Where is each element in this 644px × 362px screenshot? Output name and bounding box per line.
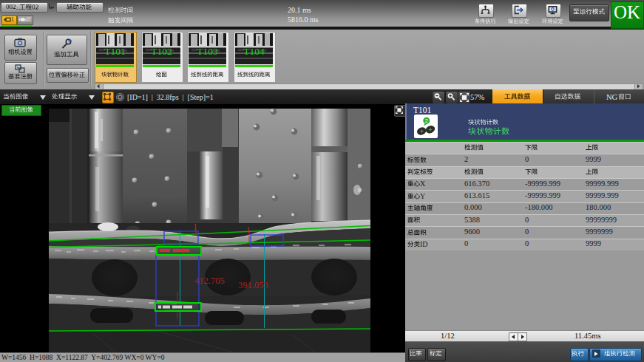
svg-text:412.705: 412.705 bbox=[194, 276, 225, 286]
svg-text:T102: T102 bbox=[151, 46, 172, 57]
svg-text:2: 2 bbox=[425, 117, 428, 124]
svg-text:391.053: 391.053 bbox=[238, 280, 268, 290]
svg-text:T103: T103 bbox=[197, 46, 218, 57]
svg-text:1: 1 bbox=[193, 222, 197, 232]
svg-text:T101: T101 bbox=[104, 46, 126, 57]
svg-text:T104: T104 bbox=[243, 46, 265, 57]
svg-text:1: 1 bbox=[246, 225, 251, 235]
